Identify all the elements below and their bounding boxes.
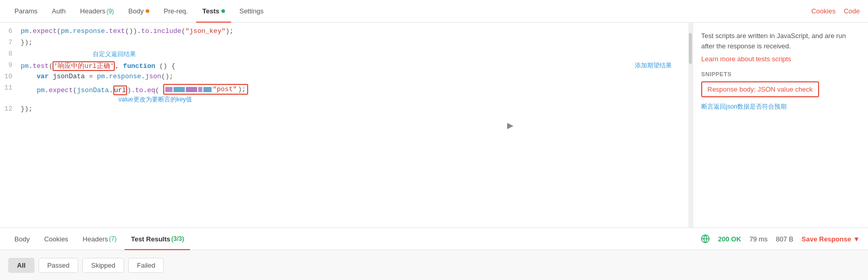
- dropdown-arrow-icon: ▼: [853, 235, 860, 243]
- tab-settings[interactable]: Settings: [233, 0, 270, 23]
- code-line-6: 6 pm.expect(pm.response.text()).to.inclu…: [0, 27, 692, 38]
- main-content: 6 pm.expect(pm.response.text()).to.inclu…: [0, 23, 868, 227]
- filter-passed-button[interactable]: Passed: [39, 258, 78, 273]
- status-code: 200 OK: [718, 235, 741, 243]
- response-tab-cookies[interactable]: Cookies: [38, 227, 75, 250]
- annotation-value-hint: value更改为要断言的key值: [118, 95, 192, 104]
- tab-bar-left: Params Auth Headers (9) Body Pre-req. Te…: [8, 0, 811, 23]
- response-tab-right: 200 OK 79 ms 807 B Save Response ▼: [701, 234, 860, 243]
- response-tab-bar: Body Cookies Headers (7) Test Results (3…: [0, 227, 868, 250]
- code-line-12: 12 });: [0, 104, 692, 116]
- code-line-11: 11 pm.expect(jsonData.url).to.eq( "post"…: [0, 83, 692, 95]
- response-tab-test-results[interactable]: Test Results (3/3): [125, 227, 190, 250]
- response-tab-body[interactable]: Body: [8, 227, 36, 250]
- globe-icon: [701, 234, 710, 243]
- save-response-button[interactable]: Save Response ▼: [802, 235, 860, 243]
- expand-arrow[interactable]: ▶: [507, 120, 513, 130]
- body-dot: [146, 9, 149, 13]
- tab-params[interactable]: Params: [8, 0, 44, 23]
- learn-more-link[interactable]: Learn more about tests scripts: [701, 55, 860, 63]
- code-line-9: 9 pm.test('响应中的url正确', function () { 添加期…: [0, 61, 692, 72]
- tab-bar-right: Cookies Code: [811, 7, 860, 15]
- annotation-custom-result: 自定义返回结果: [93, 50, 136, 59]
- code-scrollbar[interactable]: [688, 23, 692, 227]
- tab-prereq[interactable]: Pre-req.: [158, 0, 194, 23]
- code-link[interactable]: Code: [844, 7, 860, 15]
- annotation-line: value更改为要断言的key值: [0, 95, 692, 104]
- code-editor[interactable]: 6 pm.expect(pm.response.text()).to.inclu…: [0, 23, 693, 227]
- response-size: 807 B: [776, 235, 793, 243]
- tab-body[interactable]: Body: [122, 0, 155, 23]
- response-time: 79 ms: [750, 235, 768, 243]
- snippets-label: SNIPPETS: [701, 71, 860, 77]
- tab-headers[interactable]: Headers (9): [74, 0, 120, 23]
- response-tab-left: Body Cookies Headers (7) Test Results (3…: [8, 227, 701, 250]
- snippet-json-value-check[interactable]: Response body: JSON value check: [701, 81, 819, 97]
- tab-tests[interactable]: Tests: [196, 0, 231, 23]
- right-sidebar: Test scripts are written in JavaScript, …: [693, 23, 868, 227]
- annotation-add-expected: 添加期望结果: [635, 61, 672, 70]
- response-tab-headers[interactable]: Headers (7): [77, 227, 123, 250]
- tab-auth[interactable]: Auth: [46, 0, 72, 23]
- sidebar-description: Test scripts are written in JavaScript, …: [701, 31, 860, 51]
- code-line-10: 10 var jsonData = pm.response.json();: [0, 72, 692, 83]
- code-line-7: 7 });: [0, 38, 692, 49]
- top-tab-bar: Params Auth Headers (9) Body Pre-req. Te…: [0, 0, 868, 23]
- filter-failed-button[interactable]: Failed: [128, 258, 164, 273]
- test-results-section: All Passed Skipped Failed: [0, 250, 868, 280]
- filter-skipped-button[interactable]: Skipped: [82, 258, 124, 273]
- tests-dot: [221, 9, 225, 13]
- scrollbar-thumb: [689, 33, 692, 64]
- filter-all-button[interactable]: All: [8, 258, 34, 273]
- code-line-8: 8 自定义返回结果: [0, 49, 692, 61]
- snippet-cn-description: 断言返回json数据是否符合预期: [701, 102, 860, 111]
- cookies-link[interactable]: Cookies: [811, 7, 836, 15]
